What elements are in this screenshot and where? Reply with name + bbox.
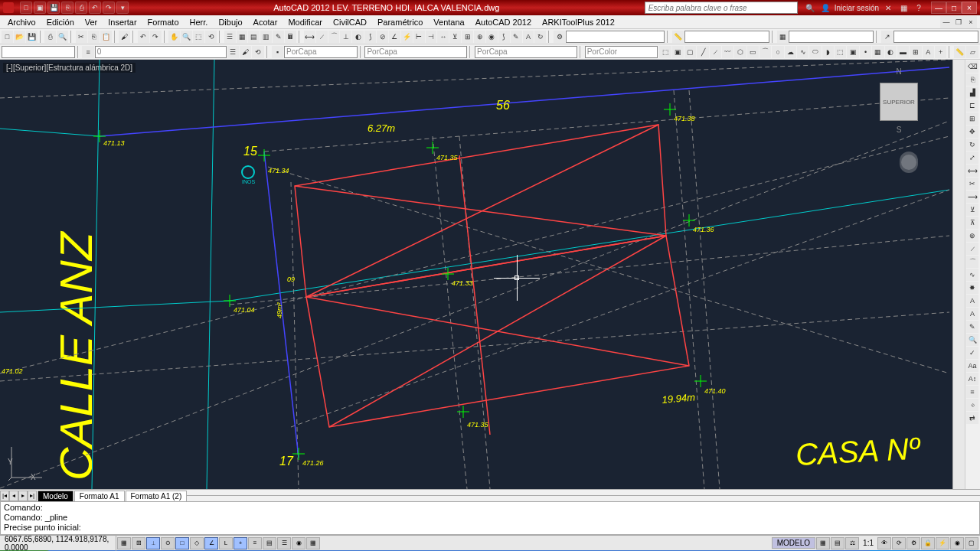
redo-button[interactable]: ↷ <box>150 31 162 43</box>
menu-edicion[interactable]: Edición <box>42 17 79 28</box>
dim-break-button[interactable]: ⊻ <box>449 31 461 43</box>
tablestyle-dropdown[interactable] <box>789 31 874 43</box>
signin-label[interactable]: Iniciar sesión <box>835 4 879 12</box>
tab-first-button[interactable]: |◂ <box>0 491 9 501</box>
dim-diameter-button[interactable]: ⊘ <box>377 31 388 43</box>
spline-button[interactable]: ∿ <box>797 46 808 58</box>
menu-autocad2012[interactable]: AutoCAD 2012 <box>471 17 536 28</box>
ellipse-button[interactable]: ⬭ <box>809 46 821 58</box>
textstyle-dropdown[interactable] <box>2 46 75 58</box>
array-button[interactable]: ⊞ <box>966 112 978 125</box>
snap-toggle[interactable]: ▦ <box>117 537 131 549</box>
justify-text-button[interactable]: ≡ <box>966 386 978 398</box>
mleaderstyle-dropdown[interactable] <box>893 31 978 43</box>
dim-jogged-button[interactable]: ⟆ <box>364 31 376 43</box>
break-point-button[interactable]: ⊻ <box>966 204 978 216</box>
addselected-button[interactable]: + <box>935 46 946 58</box>
spell-button[interactable]: ✓ <box>966 347 978 359</box>
insert-block-button[interactable]: ⬚ <box>835 46 846 58</box>
am-toggle[interactable]: ▦ <box>306 537 320 549</box>
viewcube-n[interactable]: N <box>896 67 901 76</box>
scale-text-button[interactable]: A↕ <box>966 373 978 385</box>
toolpalettes-button[interactable]: ▤ <box>248 31 260 43</box>
vertical-scrollbar[interactable] <box>952 60 965 489</box>
workspace-dropdown[interactable] <box>566 31 665 43</box>
menu-modificar[interactable]: Modificar <box>283 17 327 28</box>
move-button[interactable]: ✥ <box>966 126 978 138</box>
pan-button[interactable]: ✋ <box>168 31 180 43</box>
annoscale-value[interactable]: 1:1 <box>860 539 877 547</box>
menu-arkitool[interactable]: ARKIToolPlus 2012 <box>537 17 619 28</box>
layer-prop-button[interactable]: ≡ <box>82 46 93 58</box>
isolate-button[interactable]: ◉ <box>950 537 964 549</box>
navbar-wheel-icon[interactable] <box>901 155 916 170</box>
hatch-button[interactable]: ▦ <box>872 46 884 58</box>
properties-button[interactable]: ☰ <box>224 31 236 43</box>
chamfer-button[interactable]: ⟋ <box>966 243 978 255</box>
menu-archivo[interactable]: Archivo <box>3 17 41 28</box>
menu-acotar[interactable]: Acotar <box>249 17 283 28</box>
space-toggle[interactable]: MODELO <box>772 537 815 549</box>
convert-button[interactable]: ⇄ <box>966 412 978 424</box>
polygon-button[interactable]: ⬡ <box>734 46 746 58</box>
annovis-toggle[interactable]: 👁 <box>877 537 891 549</box>
tablestyle-button[interactable]: ▦ <box>777 31 789 43</box>
navbar[interactable] <box>900 152 918 173</box>
mirror-button[interactable]: ▟ <box>966 86 978 99</box>
extend-button[interactable]: ⟶ <box>966 191 978 203</box>
measure-area-button[interactable]: ▱ <box>966 46 978 58</box>
tolerance-button[interactable]: ⊞ <box>462 31 473 43</box>
menu-formato[interactable]: Formato <box>143 17 184 28</box>
qp-toggle[interactable]: ☰ <box>277 537 291 549</box>
dtext-button[interactable]: A <box>966 295 978 307</box>
qat-more-icon[interactable]: ▾ <box>116 2 129 14</box>
dim-angular-button[interactable]: ∠ <box>389 31 400 43</box>
annoscale-button[interactable]: ⚖ <box>845 537 859 549</box>
dim-jogged-lin-button[interactable]: ⟆ <box>498 31 510 43</box>
layer-dropdown[interactable]: 0 <box>95 46 227 58</box>
textedit-button[interactable]: ✎ <box>966 321 978 333</box>
xline-button[interactable]: ⟋ <box>710 46 721 58</box>
tab-prev-button[interactable]: ◂ <box>9 491 18 501</box>
lwt-toggle[interactable]: ≡ <box>248 537 262 549</box>
help-search-input[interactable] <box>645 2 798 14</box>
child-close-button[interactable]: × <box>965 16 977 28</box>
gradient-button[interactable]: ◐ <box>885 46 897 58</box>
tab-next-button[interactable]: ▸ <box>18 491 28 501</box>
zoom-realtime-button[interactable]: 🔍 <box>181 31 192 43</box>
zoom-previous-button[interactable]: ⟲ <box>205 31 217 43</box>
dim-update-button[interactable]: ↻ <box>534 31 546 43</box>
redo-icon[interactable]: ↷ <box>103 2 115 14</box>
dim-edit-button[interactable]: ✎ <box>511 31 522 43</box>
menu-civilcad[interactable]: CivilCAD <box>328 17 371 28</box>
table-button[interactable]: ⊞ <box>910 46 921 58</box>
plot-button[interactable]: ⎙ <box>44 31 56 43</box>
hscrollbar[interactable] <box>187 495 980 501</box>
color-dropdown[interactable]: PorCapa <box>284 46 358 58</box>
dim-quick-button[interactable]: ⚡ <box>401 31 413 43</box>
polar-toggle[interactable]: ⊙ <box>161 537 175 549</box>
search-icon[interactable]: 🔍 <box>804 2 816 14</box>
trim-button[interactable]: ✂ <box>966 178 978 190</box>
revision-cloud-button[interactable]: ☁ <box>785 46 796 58</box>
centermark-button[interactable]: ⊕ <box>474 31 485 43</box>
join-button[interactable]: ⊕ <box>966 230 978 242</box>
make-block-button[interactable]: ▣ <box>847 46 858 58</box>
viewcube-s[interactable]: S <box>897 126 902 134</box>
viewcube-face[interactable]: SUPERIOR <box>880 83 918 121</box>
saveas-icon[interactable]: ⎘ <box>61 2 74 14</box>
menu-ventana[interactable]: Ventana <box>429 17 469 28</box>
draworder-front-button[interactable]: ▣ <box>672 46 684 58</box>
quickview-drawings-button[interactable]: ▤ <box>831 537 844 549</box>
offset-button[interactable]: ⊏ <box>966 99 978 112</box>
minimize-button[interactable]: — <box>931 2 946 14</box>
measure-dist-button[interactable]: 📏 <box>954 46 965 58</box>
mleader-button[interactable]: ↗ <box>881 31 893 43</box>
command-prompt[interactable]: Precise punto inicial: <box>4 523 976 533</box>
color-button[interactable]: ▪ <box>272 46 283 58</box>
markup-button[interactable]: ✎ <box>273 31 284 43</box>
dim-linear-button[interactable]: ⟷ <box>304 31 315 43</box>
matchprop-button[interactable]: 🖌 <box>119 31 130 43</box>
mtext-button[interactable]: A <box>923 46 934 58</box>
maximize-button[interactable]: □ <box>946 2 962 14</box>
